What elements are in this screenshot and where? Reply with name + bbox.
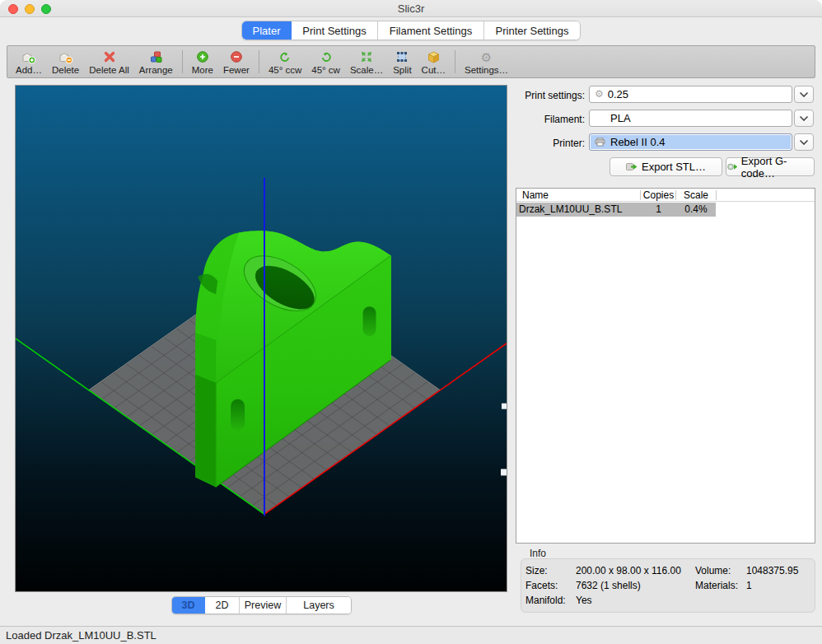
toolbar-separator (182, 50, 183, 73)
info-box: Size: 200.00 x 98.00 x 116.00 Volume: 10… (521, 558, 815, 613)
settings-button[interactable]: ⚙ Settings… (460, 47, 513, 77)
red-x-icon (103, 49, 116, 64)
arrange-label: Arrange (139, 65, 173, 75)
arrange-button[interactable]: Arrange (134, 47, 178, 77)
colored-cubes-icon (149, 49, 163, 64)
column-scale[interactable]: Scale (676, 189, 716, 201)
filament-dropdown-button[interactable] (794, 110, 814, 127)
size-label: Size: (525, 565, 576, 576)
printer-dropdown-button[interactable] (794, 133, 814, 151)
gear-arrow-icon (726, 161, 737, 172)
object-name: Drzak_LM10UU_B.STL (519, 203, 622, 215)
view-tab-2d[interactable]: 2D (205, 597, 240, 614)
more-button[interactable]: More (187, 47, 218, 77)
delete-all-button[interactable]: Delete All (84, 47, 134, 77)
gear-icon: ⚙ (481, 49, 492, 64)
main-tabs: Plater Print Settings Filament Settings … (241, 21, 581, 40)
rotate-cw-label: 45° cw (311, 65, 340, 75)
titlebar: Slic3r (0, 0, 822, 17)
box-minus-icon (58, 49, 73, 64)
tab-plater[interactable]: Plater (242, 21, 292, 40)
filament-combo[interactable]: PLA (589, 110, 792, 127)
split-button[interactable]: Split (388, 47, 416, 77)
delete-all-label: Delete All (89, 65, 129, 75)
fewer-label: Fewer (223, 65, 250, 75)
export-stl-button[interactable]: Export STL… (609, 157, 722, 176)
status-bar: Loaded Drzak_LM10UU_B.STL (0, 626, 822, 644)
edge-marker (501, 469, 507, 475)
split-label: Split (393, 65, 411, 75)
table-row[interactable]: Drzak_LM10UU_B.STL 1 0.4% (516, 203, 716, 217)
view-mode-tabs: 3D 2D Preview Layers (171, 596, 352, 614)
toolbar-separator (259, 50, 259, 73)
manifold-label: Manifold: (525, 595, 576, 606)
print-settings-label: Print settings: (494, 90, 585, 101)
expand-arrows-icon (360, 49, 373, 64)
toolbar-separator (455, 50, 455, 73)
chevron-down-icon (800, 92, 808, 97)
fewer-button[interactable]: Fewer (218, 47, 255, 77)
column-copies[interactable]: Copies (641, 189, 676, 201)
table-header: Name Copies Scale (516, 189, 815, 202)
export-gcode-label: Export G-code… (741, 155, 814, 180)
volume-label: Volume: (695, 565, 746, 576)
materials-label: Materials: (695, 580, 746, 591)
edge-marker (502, 404, 507, 409)
mount-slot-left (231, 399, 245, 431)
gear-icon: ⚙ (595, 88, 604, 100)
rotate-ccw-label: 45° ccw (269, 65, 301, 75)
red-minus-circle-icon (230, 49, 243, 64)
manifold-value: Yes (576, 595, 695, 606)
print-settings-value: 0.25 (608, 88, 628, 100)
column-name[interactable]: Name (522, 189, 549, 201)
add-label: Add… (16, 65, 42, 75)
tab-print-settings[interactable]: Print Settings (292, 21, 378, 40)
slic3r-window: Slic3r Plater Print Settings Filament Se… (0, 0, 822, 644)
rotate-cw-button[interactable]: 45° cw (306, 47, 345, 77)
view-tab-3d[interactable]: 3D (172, 597, 205, 614)
settings-label: Settings… (465, 65, 508, 75)
printer-value: Rebel II 0.4 (610, 136, 666, 148)
view-tab-preview[interactable]: Preview (240, 597, 287, 614)
cut-button[interactable]: Cut… (417, 47, 451, 77)
materials-value: 1 (746, 580, 815, 591)
object-scale: 0.4% (676, 203, 716, 215)
printer-combo[interactable]: Rebel II 0.4 (589, 133, 792, 151)
tab-filament-settings[interactable]: Filament Settings (378, 21, 484, 40)
chevron-down-icon (800, 140, 808, 145)
rotate-cw-arrow-icon (320, 49, 333, 64)
scale-label: Scale… (350, 65, 383, 75)
view-tab-layers[interactable]: Layers (287, 597, 351, 614)
add-button[interactable]: Add… (11, 47, 47, 77)
filament-value: PLA (610, 112, 631, 124)
info-title: Info (530, 548, 546, 559)
size-value: 200.00 x 98.00 x 116.00 (576, 565, 695, 576)
cut-label: Cut… (422, 65, 446, 75)
export-stl-label: Export STL… (642, 161, 706, 173)
objects-table[interactable]: Name Copies Scale Drzak_LM10UU_B.STL 1 0… (516, 188, 815, 544)
rotate-ccw-arrow-icon (278, 49, 292, 64)
viewport-3d[interactable] (15, 85, 507, 592)
printer-label: Printer: (494, 138, 585, 149)
mount-slot-right (363, 306, 376, 336)
facets-label: Facets: (525, 580, 576, 591)
delete-button[interactable]: Delete (47, 47, 84, 77)
facets-value: 7632 (1 shells) (576, 580, 695, 591)
3d-canvas[interactable] (16, 86, 507, 591)
tab-printer-settings[interactable]: Printer Settings (484, 21, 580, 40)
window-title: Slic3r (0, 2, 822, 15)
status-text: Loaded Drzak_LM10UU_B.STL (6, 629, 156, 642)
more-label: More (192, 65, 213, 75)
export-gcode-button[interactable]: Export G-code… (726, 157, 815, 176)
scale-button[interactable]: Scale… (345, 47, 388, 77)
print-settings-combo[interactable]: ⚙ 0.25 (589, 86, 792, 103)
box-plus-icon (21, 49, 36, 64)
volume-value: 1048375.95 (746, 565, 815, 576)
toolbar: Add… Delete Delete All Arrange More (7, 45, 815, 78)
selection-handles-icon (395, 49, 409, 64)
rotate-ccw-button[interactable]: 45° ccw (264, 47, 306, 77)
object-copies: 1 (641, 203, 676, 215)
print-settings-dropdown-button[interactable] (794, 86, 814, 103)
chevron-down-icon (800, 116, 808, 121)
filament-label: Filament: (494, 114, 585, 125)
